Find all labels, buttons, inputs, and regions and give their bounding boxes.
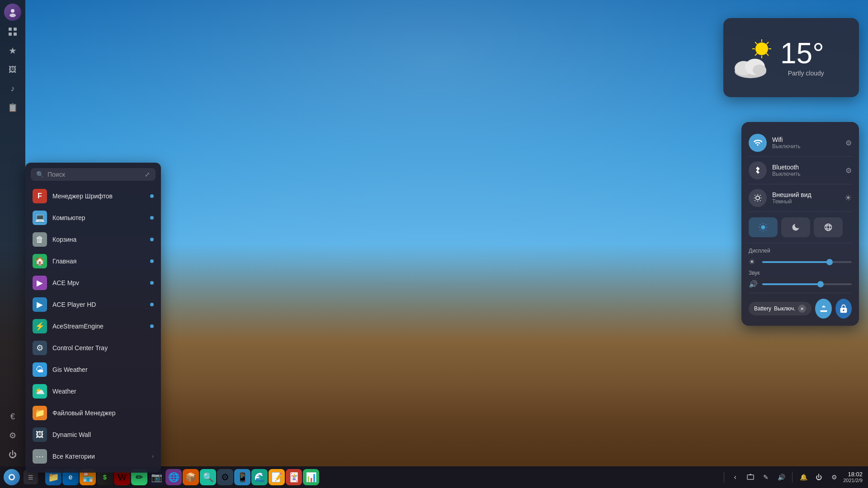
taskbar-right: ‹ ✎ 🔊 🔔 ⏻ ⚙ 18:02 2021/2/9 xyxy=(717,471,868,484)
app-item-dynamic-wall[interactable]: 🖼 Dynamic Wall xyxy=(25,424,161,446)
lock-action-btn[interactable] xyxy=(835,299,852,319)
tray-settings-gear[interactable]: ⚙ xyxy=(828,471,840,483)
svg-rect-29 xyxy=(747,475,754,479)
tray-pen[interactable]: ✎ xyxy=(760,471,772,483)
wifi-status: Выключить xyxy=(772,143,845,150)
sidebar-item-money[interactable]: € xyxy=(5,408,21,425)
tray-volume[interactable]: 🔊 xyxy=(775,471,788,483)
bluetooth-title: Bluetooth xyxy=(772,164,845,171)
avatar-icon xyxy=(8,7,18,17)
search-icon: 🔍 xyxy=(36,171,44,178)
brightness-row: ☀ xyxy=(749,258,852,266)
appearance-settings-icon[interactable]: ☀ xyxy=(844,193,852,203)
mode-buttons-row xyxy=(749,212,852,243)
upload-icon xyxy=(819,304,829,314)
home-icon: 🏠 xyxy=(33,254,47,268)
tray-power[interactable]: ⏻ xyxy=(812,471,825,483)
wifi-icon-btn[interactable] xyxy=(749,134,767,152)
app-dot xyxy=(150,281,154,285)
svg-point-13 xyxy=(11,9,14,13)
tray-screenshot[interactable] xyxy=(744,471,757,483)
app-item-computer[interactable]: 💻 Компьютер xyxy=(25,207,161,229)
app-item-control-center-tray[interactable]: ⚙ Control Center Tray xyxy=(25,337,161,359)
app-item-font-manager[interactable]: F Менеджер Шрифтов xyxy=(25,185,161,207)
volume-row: 🔊 xyxy=(749,280,852,288)
weather-description: Partly cloudy xyxy=(788,70,824,77)
battery-pill[interactable]: Battery Выключ. ✕ xyxy=(749,302,811,315)
taskbar-app-browser3[interactable]: 🌊 xyxy=(251,469,268,485)
svg-point-20 xyxy=(761,225,765,229)
taskbar-app-notes[interactable]: 📝 xyxy=(269,469,285,485)
bluetooth-settings-icon[interactable]: ⚙ xyxy=(845,166,852,175)
battery-close-btn[interactable]: ✕ xyxy=(798,305,806,313)
tray-arrow-left[interactable]: ‹ xyxy=(729,471,741,483)
svg-line-9 xyxy=(755,42,757,44)
svg-point-24 xyxy=(827,224,830,231)
volume-slider[interactable] xyxy=(762,283,852,285)
taskbar-app-15[interactable]: 🃏 xyxy=(286,469,302,485)
appearance-icon xyxy=(753,193,762,202)
control-center-panel: Wifi Выключить ⚙ Bluetooth Выключить ⚙ В… xyxy=(741,122,859,326)
bluetooth-label: Bluetooth Выключить xyxy=(772,164,845,177)
auto-mode-btn[interactable] xyxy=(814,217,843,237)
user-avatar[interactable] xyxy=(4,4,21,21)
svg-point-19 xyxy=(756,196,760,200)
app-item-name: Компьютер xyxy=(52,214,145,221)
start-button[interactable] xyxy=(4,469,20,485)
volume-icon: 🔊 xyxy=(749,280,758,288)
app-dot xyxy=(150,303,154,306)
svg-rect-15 xyxy=(9,28,12,31)
weather-temperature: 15° xyxy=(780,39,824,68)
app-item-ace-stream[interactable]: ⚡ AceStreamEngine xyxy=(25,315,161,337)
dynamic-wall-icon: 🖼 xyxy=(33,427,47,442)
app-item-name: Менеджер Шрифтов xyxy=(52,192,145,200)
battery-label: Battery xyxy=(754,305,771,312)
app-item-ace-player[interactable]: ▶ ACE Player HD xyxy=(25,294,161,315)
taskbar-app-16[interactable]: 📊 xyxy=(303,469,319,485)
ace-stream-icon: ⚡ xyxy=(33,319,47,333)
brightness-thumb xyxy=(826,259,833,265)
appearance-icon-btn[interactable] xyxy=(749,189,767,207)
upload-action-btn[interactable] xyxy=(815,299,831,319)
brightness-fill xyxy=(762,261,830,263)
ace-player-icon: ▶ xyxy=(33,297,47,312)
app-item-ace-mpv[interactable]: ▶ ACE Mpv xyxy=(25,272,161,294)
app-item-all-categories[interactable]: ⋯ Все Категории › xyxy=(25,446,161,467)
brightness-slider[interactable] xyxy=(762,261,852,263)
sidebar-item-apps-grid[interactable] xyxy=(5,23,21,40)
taskbar-app-kde[interactable]: 📱 xyxy=(234,469,250,485)
taskbar-app-archive[interactable]: 📦 xyxy=(183,469,199,485)
app-item-file-manager[interactable]: 📁 Файловый Менеджер xyxy=(25,402,161,424)
tray-notification-bell[interactable]: 🔔 xyxy=(797,471,810,483)
weather-app-icon: ⛅ xyxy=(33,384,47,399)
app-search-bar[interactable]: 🔍 ⤢ xyxy=(31,168,156,181)
app-item-weather[interactable]: ⛅ Weather xyxy=(25,380,161,402)
sidebar-item-music[interactable]: ♪ xyxy=(5,80,21,97)
wifi-settings-icon[interactable]: ⚙ xyxy=(845,139,852,147)
sidebar-item-photos[interactable]: 🖼 xyxy=(5,61,21,78)
clock-time: 18:02 xyxy=(843,471,863,478)
svg-point-3 xyxy=(753,65,766,75)
weather-icon-wrap xyxy=(732,38,773,78)
expand-icon[interactable]: ⤢ xyxy=(145,171,150,178)
sidebar-item-settings[interactable]: ⚙ xyxy=(5,427,21,444)
taskbar-clock[interactable]: 18:02 2021/2/9 xyxy=(843,471,863,484)
app-item-gis-weather[interactable]: 🌤 Gis Weather xyxy=(25,359,161,380)
taskbar-app-settings[interactable]: ⚙ xyxy=(217,469,233,485)
brightness-icon: ☀ xyxy=(749,258,758,266)
sidebar-item-favorites[interactable]: ★ xyxy=(5,42,21,59)
bluetooth-row: Bluetooth Выключить ⚙ xyxy=(749,157,852,184)
light-mode-btn[interactable] xyxy=(749,217,778,237)
search-input[interactable] xyxy=(47,171,141,178)
app-item-trash[interactable]: 🗑 Корзина xyxy=(25,229,161,250)
taskbar-app-browser2[interactable]: 🌐 xyxy=(165,469,182,485)
dark-mode-btn[interactable] xyxy=(781,217,810,237)
app-item-name: ACE Mpv xyxy=(52,279,145,286)
app-dot xyxy=(150,324,154,328)
appearance-title: Внешний вид xyxy=(772,191,844,198)
sidebar-item-board[interactable]: 📋 xyxy=(5,99,21,116)
app-item-home[interactable]: 🏠 Главная xyxy=(25,250,161,272)
taskbar-app-finder[interactable]: 🔍 xyxy=(200,469,216,485)
bluetooth-icon-btn[interactable] xyxy=(749,161,767,179)
sidebar-item-power[interactable]: ⏻ xyxy=(5,446,21,463)
